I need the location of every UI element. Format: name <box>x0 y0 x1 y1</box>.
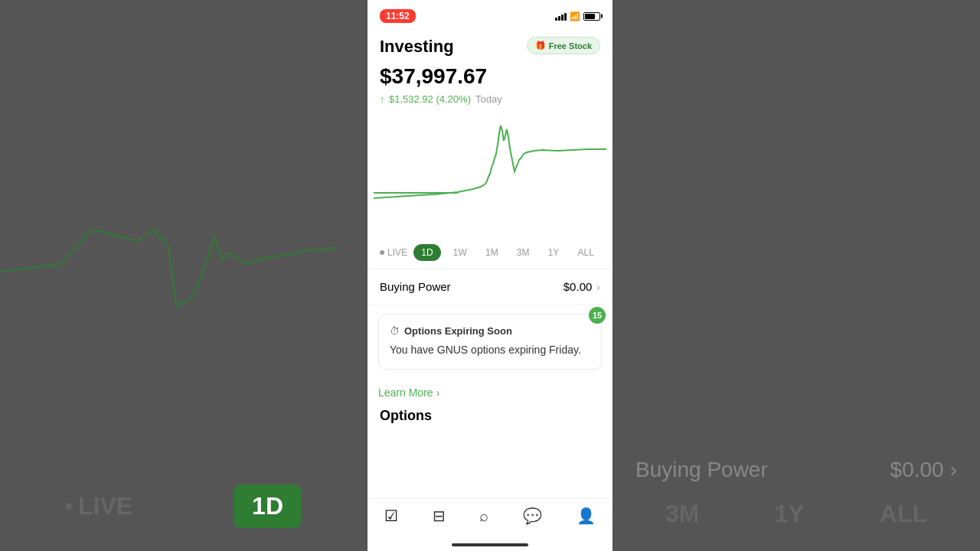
buying-power-value-row: $0.00 › <box>564 280 600 293</box>
home-indicator <box>452 543 528 546</box>
options-section-header: Options <box>368 402 612 427</box>
buying-power-value: $0.00 <box>564 280 593 293</box>
notification-body: You have GNUS options expiring Friday. <box>390 343 590 358</box>
notification-badge: 15 <box>589 307 606 324</box>
bottom-navigation: ☑ ⊟ ⌕ 💬 👤 <box>368 498 612 540</box>
gain-arrow-icon: ↑ <box>380 94 384 105</box>
buying-power-label: Buying Power <box>380 280 451 293</box>
1w-button[interactable]: 1W <box>447 244 473 261</box>
status-time: 11:52 <box>380 9 416 23</box>
chart-area <box>368 114 612 236</box>
main-content: Investing 🎁 Free Stock $37,997.67 ↑ $1,5… <box>368 28 612 498</box>
buying-power-chevron-icon: › <box>596 281 600 293</box>
learn-more-label: Learn More <box>378 386 433 399</box>
live-label: LIVE <box>387 247 407 258</box>
portfolio-value: $37,997.67 <box>368 63 612 92</box>
notification-card[interactable]: 15 ⏱ Options Expiring Soon You have GNUS… <box>378 314 602 370</box>
person-icon: 👤 <box>577 507 596 525</box>
page-header: Investing 🎁 Free Stock <box>368 28 612 63</box>
bg-chevron-icon: › <box>950 458 957 482</box>
gift-icon: 🎁 <box>535 41 546 51</box>
nav-card[interactable]: ⊟ <box>433 507 446 525</box>
learn-more-chevron-icon: › <box>436 386 440 399</box>
bg-1y-label: 1Y <box>775 500 805 528</box>
time-range-bar: LIVE 1D 1W 1M 3M 1Y ALL <box>368 236 612 269</box>
page-title: Investing <box>380 37 454 57</box>
live-dot-icon <box>380 250 384 255</box>
nav-profile[interactable]: 👤 <box>577 507 596 525</box>
bg-buying-power-label: Buying Power <box>635 458 768 482</box>
bg-3m-label: 3M <box>665 500 699 528</box>
status-bar: 11:52 📶 <box>368 0 612 28</box>
1m-button[interactable]: 1M <box>479 244 505 261</box>
all-button[interactable]: ALL <box>572 244 600 261</box>
bg-1d-badge: 1D <box>234 484 302 528</box>
3m-button[interactable]: 3M <box>511 244 536 261</box>
wifi-icon: 📶 <box>570 11 580 21</box>
bg-live-label: LIVE <box>78 492 132 520</box>
phone-frame: 11:52 📶 Investing 🎁 Free Stock $37,99 <box>368 0 612 551</box>
chat-icon: 💬 <box>523 507 542 525</box>
status-icons: 📶 <box>555 11 600 21</box>
nav-search[interactable]: ⌕ <box>479 507 488 525</box>
free-stock-label: Free Stock <box>549 41 592 51</box>
card-icon: ⊟ <box>433 507 446 525</box>
gain-period: Today <box>475 93 502 105</box>
free-stock-badge[interactable]: 🎁 Free Stock <box>527 37 600 54</box>
signal-icon <box>555 11 567 21</box>
clock-icon: ⏱ <box>390 325 400 337</box>
bg-buying-power-value: $0.00 <box>890 458 944 482</box>
buying-power-row[interactable]: Buying Power $0.00 › <box>368 269 612 305</box>
nav-portfolio[interactable]: ☑ <box>384 507 398 525</box>
gain-amount: $1,532.92 (4.20%) <box>389 93 471 105</box>
1y-button[interactable]: 1Y <box>542 244 566 261</box>
learn-more-link[interactable]: Learn More › <box>368 379 612 402</box>
bg-all-label: ALL <box>880 500 927 528</box>
portfolio-icon: ☑ <box>384 507 398 525</box>
battery-icon <box>583 12 600 21</box>
search-icon: ⌕ <box>479 507 488 525</box>
nav-chat[interactable]: 💬 <box>523 507 542 525</box>
gain-row: ↑ $1,532.92 (4.20%) Today <box>368 92 612 114</box>
notification-title: Options Expiring Soon <box>404 325 512 337</box>
notification-header: ⏱ Options Expiring Soon <box>390 325 590 337</box>
1d-button[interactable]: 1D <box>413 244 440 261</box>
live-button[interactable]: LIVE <box>380 247 407 258</box>
stock-chart <box>374 114 606 236</box>
